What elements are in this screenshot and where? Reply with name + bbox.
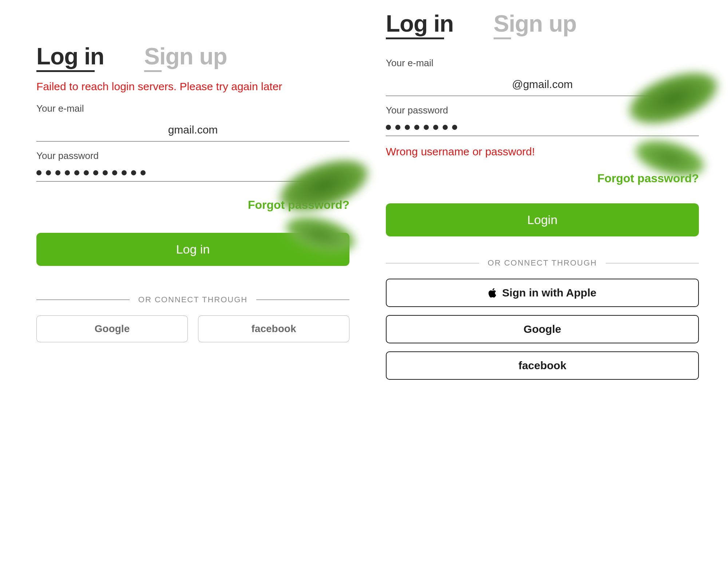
email-label: Your e-mail — [36, 103, 349, 114]
email-field-group: Your e-mail — [36, 103, 349, 141]
divider-label: OR CONNECT THROUGH — [138, 295, 248, 304]
tab-login[interactable]: Log in — [386, 11, 454, 36]
google-signin-button[interactable]: Google — [386, 315, 699, 343]
divider-line — [386, 263, 479, 264]
forgot-password-link[interactable]: Forgot password? — [248, 198, 349, 211]
password-label: Your password — [386, 105, 699, 116]
login-button[interactable]: Login — [386, 203, 699, 236]
password-field-group: Your password — [36, 150, 349, 182]
login-panel-left: Log in Sign up Failed to reach login ser… — [36, 44, 349, 342]
apple-label: Sign in with Apple — [502, 287, 597, 299]
forgot-password-row: Forgot password? — [386, 172, 699, 185]
facebook-label: facebook — [518, 359, 566, 372]
login-button[interactable]: Log in — [36, 233, 349, 266]
login-panel-right: Log in Sign up Your e-mail Your password… — [386, 11, 699, 380]
divider-line — [36, 299, 130, 300]
auth-tabs: Log in Sign up — [386, 11, 699, 36]
apple-icon — [488, 287, 498, 298]
tab-signup-label: Sign up — [144, 43, 227, 69]
tab-underline — [36, 70, 95, 72]
email-label: Your e-mail — [386, 57, 699, 69]
divider-line — [256, 299, 349, 300]
google-label: Google — [95, 323, 130, 335]
tab-signup-label: Sign up — [494, 11, 577, 37]
social-buttons-column: Sign in with Apple Google facebook — [386, 279, 699, 380]
password-input[interactable] — [36, 168, 349, 182]
tab-underline — [494, 37, 511, 39]
password-input[interactable] — [386, 123, 699, 136]
email-field-group: Your e-mail — [386, 57, 699, 96]
error-message-below: Wrong username or password! — [386, 146, 699, 158]
auth-tabs: Log in Sign up — [36, 44, 349, 69]
social-divider: OR CONNECT THROUGH — [386, 258, 699, 268]
facebook-label: facebook — [252, 323, 296, 335]
apple-signin-button[interactable]: Sign in with Apple — [386, 279, 699, 307]
facebook-signin-button[interactable]: facebook — [386, 351, 699, 380]
error-message-top: Failed to reach login servers. Please tr… — [36, 79, 349, 94]
google-label: Google — [523, 323, 561, 335]
forgot-password-row: Forgot password? — [36, 198, 349, 212]
social-buttons-row: Google facebook — [36, 315, 349, 342]
password-label: Your password — [36, 150, 349, 162]
tab-login-label: Log in — [386, 11, 454, 37]
tab-underline — [144, 70, 162, 72]
facebook-signin-button[interactable]: facebook — [198, 315, 349, 342]
tab-signup[interactable]: Sign up — [144, 44, 227, 69]
email-input[interactable] — [36, 121, 349, 141]
divider-label: OR CONNECT THROUGH — [488, 258, 597, 268]
tab-login[interactable]: Log in — [36, 44, 104, 69]
forgot-password-link[interactable]: Forgot password? — [597, 172, 699, 185]
tab-underline — [386, 37, 444, 39]
divider-line — [606, 263, 699, 264]
tab-signup[interactable]: Sign up — [494, 11, 577, 36]
tab-login-label: Log in — [36, 43, 104, 69]
social-divider: OR CONNECT THROUGH — [36, 295, 349, 304]
google-signin-button[interactable]: Google — [36, 315, 188, 342]
password-field-group: Your password — [386, 105, 699, 136]
email-input[interactable] — [386, 75, 699, 96]
